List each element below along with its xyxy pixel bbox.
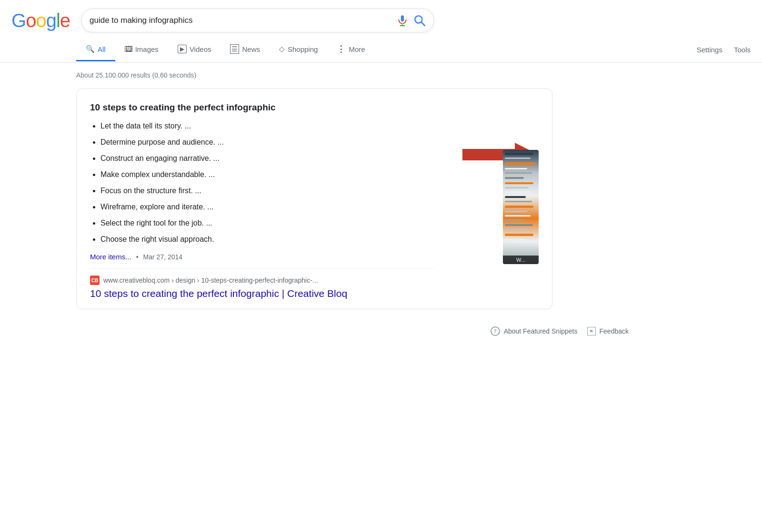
tab-videos-label: Videos [190, 45, 211, 53]
list-item: Wireframe, explore and iterate. ... [100, 201, 434, 213]
svg-line-2 [421, 22, 425, 26]
page-wrapper: Google 🔍 All [0, 0, 762, 532]
logo-letter-e: e [60, 10, 70, 31]
tab-videos[interactable]: ▶ Videos [168, 38, 221, 61]
question-icon: ? [491, 326, 500, 336]
logo-letter-o1: o [26, 10, 36, 31]
list-item: Make complex understandable. ... [100, 169, 434, 180]
featured-title: 10 steps to creating the perfect infogra… [90, 102, 434, 113]
tab-images[interactable]: 🖼 Images [115, 39, 168, 61]
logo-letter-o2: o [36, 10, 46, 31]
thumbnail-image[interactable]: W... [503, 150, 539, 264]
footer-bar: ? About Featured Snippets ⚑ Feedback [76, 319, 648, 344]
tab-shopping[interactable]: ◇ Shopping [270, 38, 327, 61]
flag-icon: ⚑ [587, 327, 596, 335]
results-count: About 25.100.000 results (0,60 seconds) [76, 71, 762, 79]
tools-link[interactable]: Tools [734, 46, 751, 54]
feedback-label: Feedback [600, 327, 629, 335]
feedback-item[interactable]: ⚑ Feedback [587, 327, 629, 335]
tab-all[interactable]: 🔍 All [76, 38, 115, 61]
source-row: CB www.creativebloq.com › design › 10-st… [90, 268, 434, 285]
tab-more[interactable]: ⋮ More [327, 37, 374, 62]
result-link-title[interactable]: 10 steps to creating the perfect infogra… [90, 288, 434, 299]
tab-more-label: More [349, 45, 365, 53]
list-item: Construct an engaging narrative. ... [100, 153, 434, 164]
bullet-dot: • [136, 253, 139, 261]
mic-icon[interactable] [396, 14, 409, 27]
nav-settings-group: Settings Tools [685, 46, 762, 54]
search-bar[interactable] [81, 9, 434, 32]
images-icon: 🖼 [125, 46, 132, 52]
settings-link[interactable]: Settings [697, 46, 722, 54]
list-item: Let the data tell its story. ... [100, 120, 434, 132]
featured-card-content: 10 steps to creating the perfect infogra… [90, 102, 434, 299]
news-icon: ☰ [230, 44, 239, 54]
search-icons [396, 14, 426, 27]
list-item: Choose the right visual approach. [100, 234, 434, 245]
featured-arrow-thumb: W... [443, 102, 539, 299]
svg-rect-0 [401, 15, 404, 21]
tab-all-label: All [98, 45, 106, 53]
logo-letter-g2: g [46, 10, 56, 31]
source-breadcrumb: www.creativebloq.com › design › 10-steps… [103, 276, 318, 284]
tab-images-label: Images [135, 45, 159, 53]
more-items-row: More items... • Mar 27, 2014 [90, 253, 434, 261]
thumbnail-label: W... [503, 256, 539, 264]
header: Google [0, 0, 762, 37]
more-icon: ⋮ [337, 44, 346, 54]
tab-shopping-label: Shopping [288, 45, 318, 53]
featured-snippet-card: 10 steps to creating the perfect infogra… [76, 89, 552, 309]
logo-letter-l: l [56, 10, 60, 31]
search-icon[interactable] [413, 14, 426, 27]
more-items-link[interactable]: More items... [90, 253, 131, 261]
results-area: About 25.100.000 results (0,60 seconds) … [0, 63, 762, 344]
featured-card-inner: 10 steps to creating the perfect infogra… [90, 102, 539, 299]
more-items-date: Mar 27, 2014 [143, 253, 183, 261]
all-icon: 🔍 [86, 45, 95, 53]
featured-list: Let the data tell its story. ... Determi… [90, 120, 434, 245]
tab-news-label: News [242, 45, 260, 53]
logo-letter-g: G [11, 10, 26, 31]
tab-news[interactable]: ☰ News [221, 38, 270, 62]
source-favicon: CB [90, 276, 100, 285]
about-snippets-item[interactable]: ? About Featured Snippets [491, 326, 578, 336]
shopping-icon: ◇ [279, 45, 285, 53]
videos-icon: ▶ [178, 45, 187, 53]
google-logo[interactable]: Google [11, 10, 70, 31]
nav-tabs: 🔍 All 🖼 Images ▶ Videos ☰ News ◇ Shoppin… [0, 37, 762, 63]
list-item: Determine purpose and audience. ... [100, 137, 434, 148]
search-input[interactable] [90, 16, 392, 25]
list-item: Select the right tool for the job. ... [100, 217, 434, 229]
list-item: Focus on the structure first. ... [100, 185, 434, 197]
about-snippets-label: About Featured Snippets [504, 327, 578, 335]
